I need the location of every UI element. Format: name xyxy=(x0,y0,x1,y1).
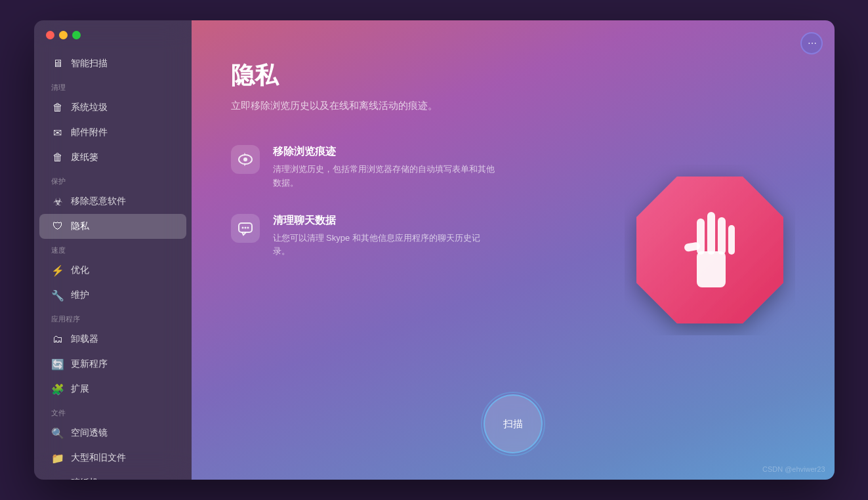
maximize-button[interactable] xyxy=(72,31,81,39)
sidebar-label-extensions: 扩展 xyxy=(71,383,89,395)
scan-button-container: 扫描 xyxy=(484,394,543,453)
sidebar-label-uninstaller: 卸载器 xyxy=(71,333,98,345)
sidebar-label-space-lens: 空间透镜 xyxy=(71,427,108,439)
feature-browse-traces-text: 移除浏览痕迹 清理浏览历史，包括常用浏览器存储的自动填写表单和其他数据。 xyxy=(273,145,496,190)
feature-chat-data-desc: 让您可以清理 Skype 和其他信息应用程序的聊天历史记录。 xyxy=(273,232,496,259)
section-label-protect: 保护 xyxy=(34,170,192,189)
page-title: 隐私 xyxy=(231,60,795,92)
titlebar xyxy=(34,31,192,51)
scan-button[interactable]: 扫描 xyxy=(484,394,543,453)
section-label-clean: 清理 xyxy=(34,76,192,95)
sidebar-item-uninstaller[interactable]: 🗂 卸载器 xyxy=(39,327,186,352)
feature-browse-traces-desc: 清理浏览历史，包括常用浏览器存储的自动填写表单和其他数据。 xyxy=(273,163,496,190)
scan-button-label: 扫描 xyxy=(503,418,523,430)
svg-point-7 xyxy=(247,226,249,228)
watermark: CSDN @ehviwer23 xyxy=(762,465,825,473)
sidebar-item-recycle-bin[interactable]: 🗑 废纸篓 xyxy=(39,145,186,170)
sys-trash-icon: 🗑 xyxy=(51,101,64,114)
large-old-icon: 📁 xyxy=(51,451,64,465)
space-lens-icon: 🔍 xyxy=(51,427,64,440)
maintain-icon: 🔧 xyxy=(51,289,64,302)
sidebar-label-sys-trash: 系统垃圾 xyxy=(71,102,108,114)
mail-attachment-icon: ✉ xyxy=(51,126,64,139)
close-button[interactable] xyxy=(46,31,54,39)
svg-rect-13 xyxy=(728,225,735,255)
sidebar-item-update[interactable]: 🔄 更新程序 xyxy=(39,352,186,377)
svg-rect-11 xyxy=(707,212,715,255)
feature-chat-data-title: 清理聊天数据 xyxy=(273,214,496,228)
uninstaller-icon: 🗂 xyxy=(51,333,64,346)
svg-rect-3 xyxy=(244,163,245,166)
sidebar-label-update: 更新程序 xyxy=(71,358,108,370)
smart-scan-icon: 🖥 xyxy=(51,57,64,70)
update-icon: 🔄 xyxy=(51,358,64,371)
svg-point-5 xyxy=(241,226,243,228)
sidebar-label-shredder: 碎纸机 xyxy=(71,477,98,480)
sidebar-label-remove-malware: 移除恶意软件 xyxy=(71,196,126,207)
sidebar-label-optimize: 优化 xyxy=(71,264,89,276)
sidebar-label-large-old: 大型和旧文件 xyxy=(71,452,126,464)
sidebar: 🖥 智能扫描 清理 🗑 系统垃圾 ✉ 邮件附件 🗑 废纸篓 保护 ☣ 移除恶意软… xyxy=(34,20,192,480)
feature-browse-traces-title: 移除浏览痕迹 xyxy=(273,145,496,159)
optimize-icon: ⚡ xyxy=(51,264,64,277)
extensions-icon: 🧩 xyxy=(51,383,64,396)
app-window: 🖥 智能扫描 清理 🗑 系统垃圾 ✉ 邮件附件 🗑 废纸篓 保护 ☣ 移除恶意软… xyxy=(34,20,835,480)
section-label-app: 应用程序 xyxy=(34,308,192,327)
svg-rect-12 xyxy=(718,217,726,255)
sidebar-label-smart-scan: 智能扫描 xyxy=(71,58,108,70)
section-label-file: 文件 xyxy=(34,402,192,421)
section-label-speed: 速度 xyxy=(34,239,192,258)
sidebar-item-privacy[interactable]: 🛡 隐私 xyxy=(39,214,186,239)
minimize-button[interactable] xyxy=(59,31,68,39)
top-right-menu-button[interactable] xyxy=(800,32,823,54)
sidebar-item-large-old[interactable]: 📁 大型和旧文件 xyxy=(39,446,186,470)
svg-point-1 xyxy=(243,157,247,161)
sidebar-item-extensions[interactable]: 🧩 扩展 xyxy=(39,377,186,402)
sidebar-item-maintain[interactable]: 🔧 维护 xyxy=(39,283,186,308)
svg-rect-2 xyxy=(244,153,245,156)
page-subtitle: 立即移除浏览历史以及在线和离线活动的痕迹。 xyxy=(231,100,795,112)
sidebar-label-privacy: 隐私 xyxy=(71,220,89,232)
feature-chat-data-text: 清理聊天数据 让您可以清理 Skype 和其他信息应用程序的聊天历史记录。 xyxy=(273,214,496,259)
sidebar-item-optimize[interactable]: ⚡ 优化 xyxy=(39,258,186,283)
chat-data-icon xyxy=(231,214,260,243)
hero-icon xyxy=(625,165,795,335)
sidebar-item-shredder[interactable]: 🗃 碎纸机 xyxy=(39,470,186,480)
sidebar-label-maintain: 维护 xyxy=(71,289,89,301)
svg-point-6 xyxy=(244,226,246,228)
sidebar-label-recycle-bin: 废纸篓 xyxy=(71,152,98,163)
sidebar-item-remove-malware[interactable]: ☣ 移除恶意软件 xyxy=(39,189,186,214)
sidebar-item-sys-trash[interactable]: 🗑 系统垃圾 xyxy=(39,95,186,120)
sidebar-item-space-lens[interactable]: 🔍 空间透镜 xyxy=(39,421,186,446)
browse-traces-icon xyxy=(231,145,260,174)
recycle-bin-icon: 🗑 xyxy=(51,151,64,164)
malware-icon: ☣ xyxy=(51,195,64,208)
svg-rect-9 xyxy=(697,251,726,287)
sidebar-item-smart-scan[interactable]: 🖥 智能扫描 xyxy=(39,51,186,76)
privacy-icon: 🛡 xyxy=(51,220,64,233)
sidebar-label-mail-attachment: 邮件附件 xyxy=(71,127,108,138)
main-content: 隐私 立即移除浏览历史以及在线和离线活动的痕迹。 移除浏览痕迹 清理 xyxy=(192,20,835,480)
shredder-icon: 🗃 xyxy=(51,476,64,480)
sidebar-item-mail-attachment[interactable]: ✉ 邮件附件 xyxy=(39,120,186,145)
